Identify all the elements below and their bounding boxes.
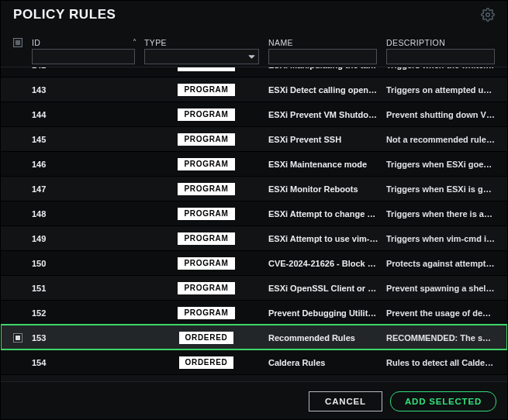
row-description: Protects against attempts to… xyxy=(386,259,495,268)
column-name[interactable]: NAME xyxy=(268,38,386,47)
row-description: Triggers when there is an att… xyxy=(386,209,495,219)
row-description: Prevent shutting down VMs … xyxy=(386,110,495,119)
row-id: 142 xyxy=(32,67,144,70)
column-description-label: DESCRIPTION xyxy=(386,38,445,47)
row-name: ESXi Manipulating the task… xyxy=(268,67,386,70)
row-name: Recommended Rules xyxy=(268,333,386,343)
table-row[interactable]: 151PROGRAMESXi OpenSSL Client or Serv…Pr… xyxy=(1,275,507,300)
row-description: Not a recommended rule in … xyxy=(386,135,495,144)
row-id: 152 xyxy=(32,308,144,318)
cancel-button[interactable]: CANCEL xyxy=(309,391,382,411)
row-description: Prevent the usage of debug… xyxy=(386,308,495,318)
column-name-label: NAME xyxy=(268,38,293,47)
row-id: 145 xyxy=(32,135,144,144)
row-id: 148 xyxy=(32,209,144,219)
row-name: ESXi OpenSSL Client or Serv… xyxy=(268,284,386,293)
dialog-title: POLICY RULES xyxy=(13,7,116,22)
row-id: 146 xyxy=(32,160,144,169)
row-description: Triggers when the whitelist… xyxy=(386,67,495,70)
row-description: Rules to detect all Caldera Li… xyxy=(386,358,495,367)
filter-name-input[interactable] xyxy=(268,49,377,64)
table-row[interactable]: 152PROGRAMPrevent Debugging UtilitiesPre… xyxy=(1,300,507,325)
filter-row xyxy=(1,47,507,67)
row-name: ESXi Attempt to use vim-cmd xyxy=(268,234,386,243)
type-badge: PROGRAM xyxy=(178,257,234,270)
column-id[interactable]: ID ˄ xyxy=(32,38,144,47)
row-description: Triggers when ESXi goes int… xyxy=(386,160,495,169)
row-id: 154 xyxy=(32,358,144,367)
filter-id-input[interactable] xyxy=(32,49,135,64)
type-badge: ORDERED xyxy=(179,381,234,383)
column-type[interactable]: TYPE xyxy=(144,38,268,47)
row-name: ESXi Detect calling openssl xyxy=(268,85,386,95)
column-headers: ID ˄ TYPE NAME DESCRIPTION xyxy=(1,30,507,47)
row-description: Prevent spawning a shell or … xyxy=(386,284,495,293)
row-name: Caldera Rules xyxy=(268,358,386,367)
dialog-footer: CANCEL ADD SELECTED xyxy=(1,384,507,419)
svg-point-0 xyxy=(486,13,490,17)
row-id: 144 xyxy=(32,110,144,119)
row-name: ESXi Monitor Reboots xyxy=(268,184,386,194)
policy-rules-dialog: POLICY RULES ID ˄ TYPE NAME DESCRIPTION xyxy=(0,0,508,420)
select-all-checkbox[interactable] xyxy=(13,38,22,47)
sort-asc-icon: ˄ xyxy=(133,38,137,46)
row-description: Triggers when ESXi is gettin… xyxy=(386,184,495,194)
row-name: ESXi Prevent VM Shutdown f… xyxy=(268,110,386,119)
row-id: 147 xyxy=(32,184,144,194)
row-checkbox[interactable] xyxy=(13,333,22,343)
table-row[interactable]: 146PROGRAMESXi Maintenance modeTriggers … xyxy=(1,151,507,176)
type-badge: PROGRAM xyxy=(178,183,234,195)
type-badge: PROGRAM xyxy=(178,84,234,96)
table-row[interactable]: 145PROGRAMESXi Prevent SSHNot a recommen… xyxy=(1,126,507,151)
column-type-label: TYPE xyxy=(144,38,167,47)
type-badge: PROGRAM xyxy=(178,133,234,146)
row-id: 153 xyxy=(32,333,144,343)
table-row[interactable]: 144PROGRAMESXi Prevent VM Shutdown f…Pre… xyxy=(1,102,507,126)
rules-table-body[interactable]: 142PROGRAMESXi Manipulating the task…Tri… xyxy=(1,67,507,382)
add-selected-button[interactable]: ADD SELECTED xyxy=(390,391,496,411)
table-row[interactable]: 153ORDEREDRecommended RulesRECOMMENDED: … xyxy=(1,325,507,349)
type-badge: ORDERED xyxy=(179,356,234,369)
table-row[interactable]: 142PROGRAMESXi Manipulating the task…Tri… xyxy=(1,67,507,77)
filter-description-input[interactable] xyxy=(386,49,495,64)
chevron-down-icon xyxy=(248,53,255,60)
row-name: ESXi Prevent SSH xyxy=(268,135,386,144)
type-badge: PROGRAM xyxy=(178,282,234,294)
table-row[interactable]: 155ORDEREDESXi Recommended RulesA set of… xyxy=(1,374,507,382)
table-row[interactable]: 147PROGRAMESXi Monitor RebootsTriggers w… xyxy=(1,176,507,201)
gear-icon[interactable] xyxy=(481,8,495,22)
column-id-label: ID xyxy=(32,38,40,47)
type-badge: PROGRAM xyxy=(178,232,234,245)
table-row[interactable]: 150PROGRAMCVE-2024-21626 - Block Lea…Pro… xyxy=(1,250,507,275)
row-description: Triggers on attempted usag… xyxy=(386,85,495,95)
type-badge: ORDERED xyxy=(179,332,234,344)
table-row[interactable]: 148PROGRAMESXi Attempt to change welc…Tr… xyxy=(1,201,507,225)
column-description[interactable]: DESCRIPTION xyxy=(386,38,495,47)
type-badge: PROGRAM xyxy=(178,307,234,319)
row-id: 143 xyxy=(32,85,144,95)
row-id: 150 xyxy=(32,259,144,268)
row-id: 149 xyxy=(32,234,144,243)
row-description: Triggers when vim-cmd is at… xyxy=(386,234,495,243)
type-badge: PROGRAM xyxy=(178,158,234,170)
row-description: RECOMMENDED: The set of … xyxy=(386,333,495,343)
type-badge: PROGRAM xyxy=(178,108,234,121)
table-row[interactable]: 154ORDEREDCaldera RulesRules to detect a… xyxy=(1,349,507,374)
row-name: ESXi Maintenance mode xyxy=(268,160,386,169)
row-name: CVE-2024-21626 - Block Lea… xyxy=(268,259,386,268)
table-row[interactable]: 143PROGRAMESXi Detect calling opensslTri… xyxy=(1,77,507,102)
type-badge: PROGRAM xyxy=(178,208,234,220)
row-name: Prevent Debugging Utilities xyxy=(268,308,386,318)
row-name: ESXi Attempt to change welc… xyxy=(268,209,386,219)
table-row[interactable]: 149PROGRAMESXi Attempt to use vim-cmdTri… xyxy=(1,225,507,250)
dialog-header: POLICY RULES xyxy=(1,1,507,30)
row-id: 151 xyxy=(32,284,144,293)
type-badge: PROGRAM xyxy=(178,67,234,71)
filter-type-select[interactable] xyxy=(144,49,259,64)
